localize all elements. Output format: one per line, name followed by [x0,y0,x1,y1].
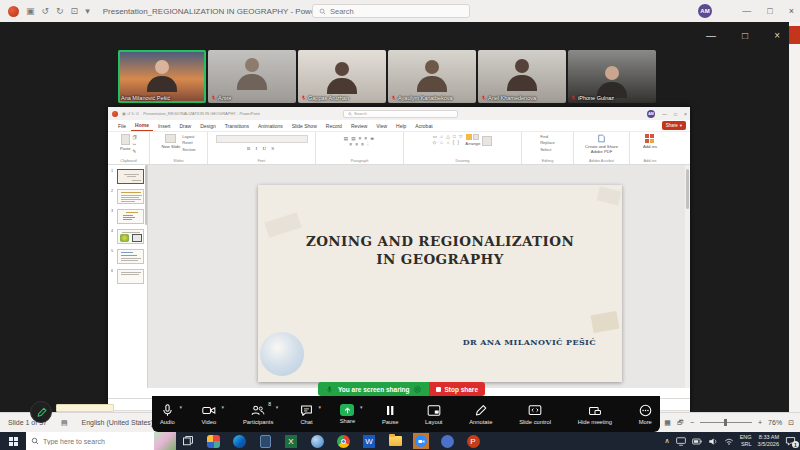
taskbar-search-box[interactable] [26,432,176,450]
inner-close-icon[interactable]: × [684,111,687,117]
slide-thumbnail-3[interactable]: 3 [111,209,145,224]
video-tile[interactable]: Алия [208,50,296,103]
tab-review[interactable]: Review [347,123,371,131]
tab-design[interactable]: Design [196,123,220,131]
taskbar-app-photos[interactable] [205,433,221,449]
qat-more-icon[interactable]: ▾ [85,7,90,16]
task-view-button[interactable] [176,435,200,447]
search-highlight-image[interactable] [154,432,176,450]
video-button[interactable]: ▾ Video [202,404,217,425]
tray-expand-icon[interactable]: ∧ [665,437,670,445]
minimize-icon[interactable]: — [742,6,751,16]
redo-icon[interactable]: ↻ [56,7,64,16]
share-chevron-icon[interactable]: ▾ [360,404,363,410]
close-icon[interactable]: × [789,6,794,16]
video-tile[interactable]: Gappas Aruzhan [298,50,386,103]
outer-search-box[interactable] [312,4,470,18]
zoom-slider[interactable] [700,422,752,423]
zoom-minimize-icon[interactable]: — [706,30,716,41]
layout-button[interactable]: Layout [182,134,194,139]
pause-share-icon[interactable] [414,386,421,393]
editor-scrollbar[interactable] [685,165,690,388]
tab-draw[interactable]: Draw [175,123,195,131]
section-button[interactable]: Section [182,147,195,152]
tab-slide-show[interactable]: Slide Show [288,123,321,131]
chat-chevron-icon[interactable]: ▾ [319,404,322,410]
replace-button[interactable]: Replace [540,140,555,145]
action-center-button[interactable]: 1 [785,436,796,446]
account-avatar[interactable]: AM [698,4,712,18]
font-format-buttons[interactable]: B I U S [247,146,276,151]
inner-minimize-icon[interactable]: — [662,111,667,117]
paste-button[interactable]: Paste [120,134,131,151]
video-tile[interactable]: Ayaulym Kanatbekova [388,50,476,103]
maximize-icon[interactable]: □ [767,6,772,16]
preview-icon[interactable]: ⊡ [71,7,79,16]
tab-home[interactable]: Home [131,122,153,131]
reset-button[interactable]: Reset [182,140,192,145]
tab-help[interactable]: Help [392,123,410,131]
create-share-pdf-button[interactable]: Create and Share Adobe PDF [579,134,625,154]
zoom-maximize-icon[interactable]: □ [742,30,748,41]
share-button[interactable]: ▾ Share [340,404,355,424]
tab-record[interactable]: Record [322,123,346,131]
thumbnail-scrollbar[interactable] [145,165,148,225]
zoom-in-icon[interactable]: + [758,419,762,426]
taskbar-app-teams[interactable] [439,433,455,449]
zoom-close-icon[interactable]: × [774,30,780,41]
more-button[interactable]: More [639,404,652,425]
clock[interactable]: 8:33 AM 3/5/2026 [758,434,779,447]
slide-thumbnail-panel[interactable]: 1 2 [108,165,148,388]
slide-thumbnail-5[interactable]: 5 [111,249,145,264]
undo-icon[interactable]: ↺ [42,7,50,16]
slide-canvas[interactable]: ZONING AND REGIONALIZATION IN GEOGRAPHY … [258,185,622,382]
network-icon[interactable] [724,437,734,446]
select-button[interactable]: Select [540,147,551,152]
zoom-out-icon[interactable]: − [690,419,694,426]
tab-insert[interactable]: Insert [154,123,175,131]
hide-meeting-button[interactable]: Hide meeting [578,404,612,425]
new-slide-button[interactable]: New Slide [161,134,180,149]
taskbar-app-edge[interactable] [231,433,247,449]
slide-thumbnail-4[interactable]: 4 [111,229,145,244]
find-button[interactable]: Find [540,134,548,139]
video-tile[interactable]: Anel Khamedenova [478,50,566,103]
stop-share-button[interactable]: Stop share [429,382,485,396]
display-tray-icon[interactable] [676,437,686,446]
taskbar-app-word[interactable]: W [361,433,377,449]
slide-thumbnail-1[interactable]: 1 [111,169,145,184]
inner-search-box[interactable]: Search [343,110,458,118]
slide-thumbnail-6[interactable]: 6 [111,269,145,284]
tab-view[interactable]: View [372,123,391,131]
audio-chevron-icon[interactable]: ▾ [179,404,182,410]
slide-title[interactable]: ZONING AND REGIONALIZATION IN GEOGRAPHY [258,233,622,268]
tab-acrobat[interactable]: Acrobat [411,123,436,131]
notes-icon[interactable]: ▤ [61,419,68,427]
video-chevron-icon[interactable]: ▾ [221,404,224,410]
layout-button[interactable]: Layout [425,404,442,425]
taskbar-app-file-explorer[interactable] [387,433,403,449]
annotation-fab[interactable] [30,401,52,423]
font-name-dropdown[interactable] [216,135,308,143]
quick-styles-button[interactable] [482,136,492,146]
slide-control-button[interactable]: Slide control [519,404,551,425]
addins-button[interactable]: Add-ins [643,134,657,149]
taskbar-app-powerpoint[interactable]: P [465,433,481,449]
slideshow-view-icon[interactable]: 🗗 [677,419,684,426]
video-tile[interactable]: iPhone Gulnaz [568,50,656,103]
inner-maximize-icon[interactable]: □ [674,111,677,117]
taskbar-app-calculator[interactable] [257,433,273,449]
pause-button[interactable]: Pause [382,404,398,425]
tab-transitions[interactable]: Transitions [221,123,253,131]
shape-gallery[interactable]: ▭ ○ △ □ ▽ ◇ ☆ ○ { } [433,134,464,146]
zoom-percent[interactable]: 76% [768,419,782,426]
taskbar-app-browser-globe[interactable] [309,433,325,449]
taskbar-search-input[interactable] [43,438,138,445]
outer-search-input[interactable] [330,7,450,16]
arrange-button[interactable]: Arrange [465,134,480,146]
battery-icon[interactable] [692,437,702,446]
participants-chevron-icon[interactable]: ▾ [276,404,279,410]
start-button[interactable] [0,432,26,450]
save-icon[interactable]: ▣ [26,7,35,16]
speaker-icon[interactable] [708,437,718,446]
